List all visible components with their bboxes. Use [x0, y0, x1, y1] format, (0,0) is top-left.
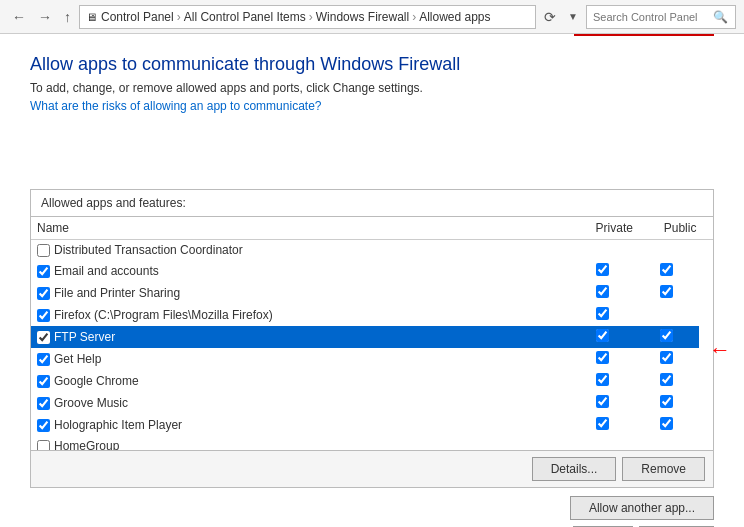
section-label: Allowed apps and features: — [31, 190, 713, 217]
page-title: Allow apps to communicate through Window… — [30, 54, 714, 75]
apps-table: Name Private Public — [31, 217, 713, 240]
table-row[interactable]: File and Printer Sharing — [31, 282, 699, 304]
search-box: 🔍 — [586, 5, 736, 29]
app-checkbox[interactable] — [37, 309, 50, 322]
table-row[interactable]: Holographic Item Player — [31, 414, 699, 436]
app-checkbox[interactable] — [37, 375, 50, 388]
page-subtitle: To add, change, or remove allowed apps a… — [30, 81, 714, 95]
app-private-cell — [570, 260, 634, 282]
breadcrumb-path: 🖥 Control Panel › All Control Panel Item… — [79, 5, 536, 29]
apps-table-body-rows: Distributed Transaction CoordinatorEmail… — [31, 240, 699, 450]
app-public-cell — [635, 260, 699, 282]
private-checkbox[interactable] — [596, 285, 609, 298]
app-name-cell: HomeGroup — [31, 436, 570, 450]
app-name-label: Get Help — [54, 352, 101, 366]
private-checkbox[interactable] — [596, 329, 609, 342]
search-icon: 🔍 — [713, 10, 728, 24]
public-checkbox[interactable] — [660, 395, 673, 408]
breadcrumb-icon: 🖥 — [86, 11, 97, 23]
table-row[interactable]: Email and accounts — [31, 260, 699, 282]
app-checkbox[interactable] — [37, 244, 50, 257]
table-row[interactable]: Groove Music — [31, 392, 699, 414]
remove-button[interactable]: Remove — [622, 457, 705, 481]
app-checkbox[interactable] — [37, 265, 50, 278]
help-link[interactable]: What are the risks of allowing an app to… — [30, 99, 321, 113]
app-private-cell — [570, 348, 634, 370]
allow-another-button[interactable]: Allow another app... — [570, 496, 714, 520]
app-private-cell — [570, 414, 634, 436]
app-name-label: Distributed Transaction Coordinator — [54, 243, 243, 257]
change-settings-button[interactable]: Change settings — [574, 34, 714, 36]
app-public-cell — [635, 414, 699, 436]
private-checkbox[interactable] — [596, 307, 609, 320]
app-name-cell: File and Printer Sharing — [31, 282, 570, 304]
app-name-cell: Distributed Transaction Coordinator — [31, 240, 570, 260]
dropdown-button[interactable]: ▼ — [564, 9, 582, 24]
col-header-private: Private — [581, 217, 647, 240]
app-name-cell: Google Chrome — [31, 370, 570, 392]
public-checkbox[interactable] — [660, 351, 673, 364]
main-content: Change settings Allow apps to communicat… — [0, 34, 744, 527]
table-row[interactable]: FTP Server — [31, 326, 699, 348]
app-private-cell — [570, 240, 634, 260]
public-checkbox[interactable] — [660, 373, 673, 386]
app-private-cell — [570, 436, 634, 450]
app-name-cell: Firefox (C:\Program Files\Mozilla Firefo… — [31, 304, 570, 326]
app-checkbox[interactable] — [37, 419, 50, 432]
public-checkbox[interactable] — [660, 417, 673, 430]
red-arrow-indicator: ← — [709, 337, 731, 363]
app-checkbox[interactable] — [37, 440, 50, 451]
table-row[interactable]: HomeGroup — [31, 436, 699, 450]
private-checkbox[interactable] — [596, 417, 609, 430]
app-name-label: Groove Music — [54, 396, 128, 410]
app-private-cell — [570, 304, 634, 326]
bottom-buttons-area: Details... Remove — [31, 450, 713, 487]
app-checkbox[interactable] — [37, 331, 50, 344]
app-private-cell — [570, 392, 634, 414]
breadcrumb-all-items[interactable]: All Control Panel Items — [184, 10, 306, 24]
app-checkbox[interactable] — [37, 287, 50, 300]
public-checkbox[interactable] — [660, 285, 673, 298]
allow-another-area: Allow another app... — [30, 488, 714, 524]
app-checkbox[interactable] — [37, 397, 50, 410]
app-name-cell: FTP Server — [31, 326, 570, 348]
table-scroll-area[interactable]: Distributed Transaction CoordinatorEmail… — [31, 240, 699, 450]
app-name-cell: Email and accounts — [31, 260, 570, 282]
table-header-row: Name Private Public — [31, 217, 713, 240]
section-box: Allowed apps and features: Name Private … — [30, 189, 714, 488]
app-private-cell — [570, 326, 634, 348]
app-name-label: Email and accounts — [54, 264, 159, 278]
breadcrumb-control-panel[interactable]: Control Panel — [101, 10, 174, 24]
app-public-cell — [635, 240, 699, 260]
private-checkbox[interactable] — [596, 263, 609, 276]
address-right: ⟳ ▼ 🔍 — [540, 5, 736, 29]
table-row[interactable]: Get Help — [31, 348, 699, 370]
nav-back-icon[interactable]: ← — [8, 7, 30, 27]
public-checkbox[interactable] — [660, 329, 673, 342]
private-checkbox[interactable] — [596, 351, 609, 364]
breadcrumb-firewall[interactable]: Windows Firewall — [316, 10, 409, 24]
refresh-button[interactable]: ⟳ — [540, 7, 560, 27]
app-public-cell — [635, 348, 699, 370]
app-public-cell — [635, 370, 699, 392]
app-public-cell — [635, 436, 699, 450]
breadcrumb-allowed-apps: Allowed apps — [419, 10, 490, 24]
app-checkbox[interactable] — [37, 353, 50, 366]
table-row[interactable]: Google Chrome — [31, 370, 699, 392]
details-button[interactable]: Details... — [532, 457, 617, 481]
app-name-label: Holographic Item Player — [54, 418, 182, 432]
private-checkbox[interactable] — [596, 373, 609, 386]
private-checkbox[interactable] — [596, 395, 609, 408]
search-input[interactable] — [593, 11, 713, 23]
app-name-cell: Get Help — [31, 348, 570, 370]
app-public-cell — [635, 282, 699, 304]
app-name-label: FTP Server — [54, 330, 115, 344]
nav-up-icon[interactable]: ↑ — [60, 7, 75, 27]
table-row[interactable]: Firefox (C:\Program Files\Mozilla Firefo… — [31, 304, 699, 326]
apps-table-body: Distributed Transaction CoordinatorEmail… — [31, 240, 699, 450]
nav-forward-icon[interactable]: → — [34, 7, 56, 27]
table-row[interactable]: Distributed Transaction Coordinator — [31, 240, 699, 260]
public-checkbox[interactable] — [660, 263, 673, 276]
app-public-cell — [635, 392, 699, 414]
table-container: Distributed Transaction CoordinatorEmail… — [31, 240, 713, 450]
